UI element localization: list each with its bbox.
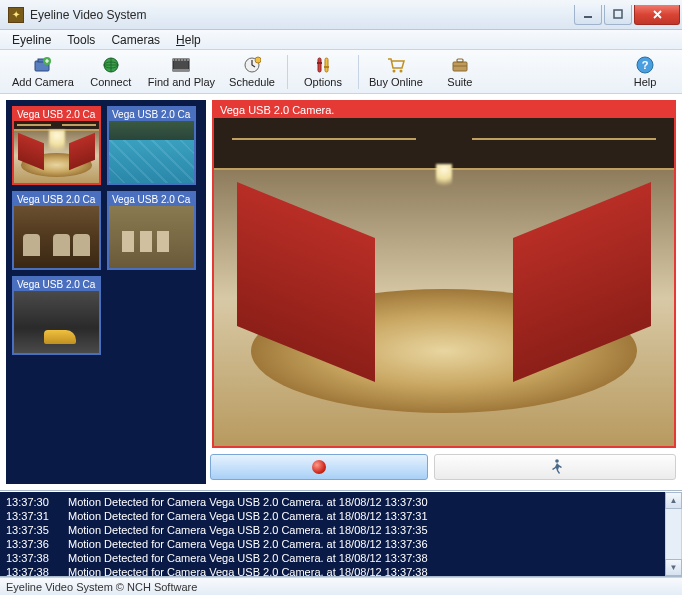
status-text: Eyeline Video System © NCH Software [6,581,197,593]
event-log[interactable]: 13:37:30Motion Detected for Camera Vega … [0,491,682,577]
briefcase-icon [450,55,470,75]
main-view-pane: Vega USB 2.0 Camera. [212,100,676,484]
camera-thumbnail[interactable]: Vega USB 2.0 Ca [12,276,101,355]
cart-icon [386,55,406,75]
svg-rect-12 [180,60,181,61]
options-icon [313,55,333,75]
svg-rect-17 [318,58,321,72]
toolbar-label: Buy Online [369,76,423,88]
svg-point-27 [555,459,559,463]
record-button[interactable] [210,454,428,480]
log-entry: 13:37:38Motion Detected for Camera Vega … [6,565,676,577]
schedule-button[interactable]: Schedule [221,52,283,92]
toolbar-separator [287,55,288,89]
add-camera-button[interactable]: Add Camera [6,52,80,92]
toolbar-separator [358,55,359,89]
camera-add-icon [33,55,53,75]
running-person-icon [546,458,564,476]
camera-thumbnail-image [14,291,99,353]
motion-detect-button[interactable] [434,454,676,480]
main-camera-view[interactable]: Vega USB 2.0 Camera. [212,100,676,448]
camera-thumbnail[interactable]: Vega USB 2.0 Ca [107,191,196,270]
camera-thumbnail-image [109,206,194,268]
log-scrollbar[interactable]: ▲ ▼ [665,492,682,576]
lobby-scene [214,118,674,446]
scroll-track[interactable] [665,509,682,559]
menu-help[interactable]: Help [168,31,209,49]
svg-rect-19 [317,62,322,64]
menu-tools[interactable]: Tools [59,31,103,49]
help-icon: ? [635,55,655,75]
connect-button[interactable]: Connect [80,52,142,92]
app-icon: ✦ [8,7,24,23]
buy-online-button[interactable]: Buy Online [363,52,429,92]
log-entry: 13:37:31Motion Detected for Camera Vega … [6,509,676,523]
svg-rect-13 [183,60,184,61]
camera-thumbnail-label: Vega USB 2.0 Ca [14,193,99,206]
main-camera-image [214,118,674,446]
log-entry: 13:37:38Motion Detected for Camera Vega … [6,551,676,565]
svg-rect-9 [173,69,189,71]
toolbar-label: Schedule [229,76,275,88]
toolbar: Add Camera Connect Find and Play Schedul… [0,50,682,94]
menu-eyeline[interactable]: Eyeline [4,31,59,49]
camera-thumbnail-image [109,121,194,183]
svg-rect-0 [584,16,592,18]
control-row [210,454,676,484]
status-bar: Eyeline Video System © NCH Software [0,577,682,595]
camera-thumbnail-label: Vega USB 2.0 Ca [109,193,194,206]
toolbar-label: Find and Play [148,76,215,88]
menu-cameras[interactable]: Cameras [103,31,168,49]
window-controls [572,5,680,25]
svg-point-21 [392,70,395,73]
camera-thumbnails-pane: Vega USB 2.0 CaVega USB 2.0 CaVega USB 2… [6,100,206,484]
svg-point-16 [255,57,261,63]
log-entry: 13:37:36Motion Detected for Camera Vega … [6,537,676,551]
camera-thumbnail-label: Vega USB 2.0 Ca [109,108,194,121]
toolbar-label: Help [634,76,657,88]
window-title: Eyeline Video System [30,8,572,22]
menubar: Eyeline Tools Cameras Help [0,30,682,50]
help-button[interactable]: ? Help [614,52,676,92]
camera-thumbnail-image [14,206,99,268]
camera-thumbnail-label: Vega USB 2.0 Ca [14,108,99,121]
scroll-down-button[interactable]: ▼ [665,559,682,576]
window-minimize-button[interactable] [574,5,602,25]
toolbar-label: Suite [447,76,472,88]
svg-point-22 [399,70,402,73]
svg-rect-14 [186,60,187,61]
window-maximize-button[interactable] [604,5,632,25]
svg-rect-20 [324,66,329,68]
svg-rect-24 [457,59,463,62]
main-content: Vega USB 2.0 CaVega USB 2.0 CaVega USB 2… [0,94,682,491]
clock-icon [242,55,262,75]
window-close-button[interactable] [634,5,680,25]
camera-thumbnail[interactable]: Vega USB 2.0 Ca [12,106,101,185]
suite-button[interactable]: Suite [429,52,491,92]
svg-rect-11 [177,60,178,61]
scroll-up-button[interactable]: ▲ [665,492,682,509]
svg-rect-10 [174,60,175,61]
camera-thumbnail-image [14,121,99,183]
toolbar-label: Connect [90,76,131,88]
svg-rect-1 [614,10,622,18]
camera-thumbnail-label: Vega USB 2.0 Ca [14,278,99,291]
globe-icon [101,55,121,75]
log-entry: 13:37:30Motion Detected for Camera Vega … [6,495,676,509]
main-camera-label: Vega USB 2.0 Camera. [214,102,674,118]
camera-thumbnail[interactable]: Vega USB 2.0 Ca [12,191,101,270]
find-and-play-button[interactable]: Find and Play [142,52,221,92]
toolbar-label: Options [304,76,342,88]
record-icon [312,460,326,474]
film-icon [171,55,191,75]
window-titlebar: ✦ Eyeline Video System [0,0,682,30]
options-button[interactable]: Options [292,52,354,92]
camera-thumbnail[interactable]: Vega USB 2.0 Ca [107,106,196,185]
svg-rect-18 [325,58,328,72]
log-entry: 13:37:35Motion Detected for Camera Vega … [6,523,676,537]
svg-text:?: ? [642,59,649,71]
toolbar-label: Add Camera [12,76,74,88]
